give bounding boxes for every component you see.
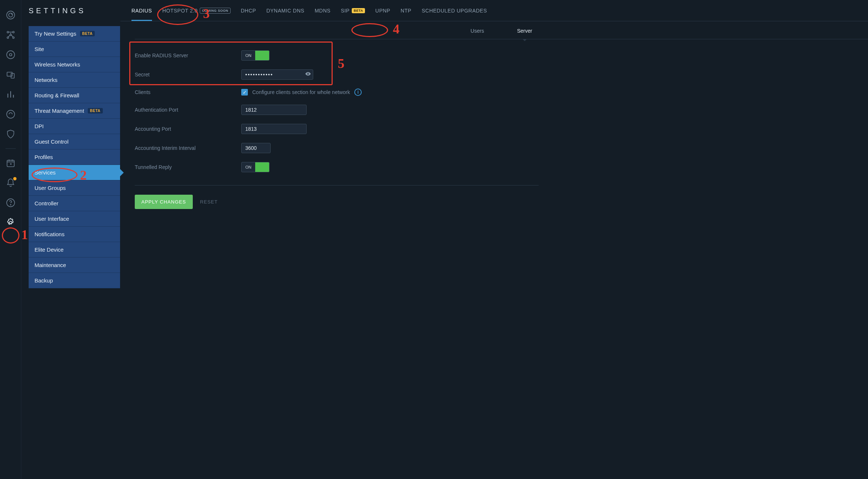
svg-point-13 [9,54,12,56]
secret-input[interactable] [241,69,313,80]
svg-point-5 [10,34,11,36]
sidebar-item-label: DPI [35,123,44,129]
toggle-knob [255,51,269,60]
sidebar-item-backup[interactable]: Backup [29,273,120,288]
auth-port-input[interactable] [241,105,307,115]
tab-mdns[interactable]: MDNS [315,0,330,21]
sidebar-item-label: User Groups [35,185,66,191]
sidebar-item-site[interactable]: Site [29,42,120,57]
sidebar-item-label: Services [35,169,56,176]
clients-desc: Configure clients section for whole netw… [252,89,350,95]
page-title: SETTINGS [29,7,86,15]
map-icon[interactable] [6,50,16,60]
badge-beta: BETA [88,108,102,114]
interval-input[interactable] [241,143,271,153]
interval-label: Accounting Interim Interval [135,145,241,151]
sidebar-item-services[interactable]: Services [29,165,120,180]
topology-icon[interactable] [6,30,16,40]
sidebar-item-elite[interactable]: Elite Device [29,242,120,257]
svg-point-6 [7,37,8,38]
sidebar-item-label: Profiles [35,154,53,160]
tab-ntp-label: NTP [401,8,412,14]
secret-label: Secret [135,72,241,78]
svg-point-7 [12,37,14,38]
info-icon[interactable]: i [354,89,362,96]
sidebar-item-guest[interactable]: Guest Control [29,134,120,150]
svg-rect-14 [7,72,12,76]
sidebar-item-label: Maintenance [35,262,66,268]
svg-text:★: ★ [9,162,12,166]
subtab-label: Users [471,28,484,34]
enable-radius-label: Enable RADIUS Server [135,53,241,58]
clients-label: Clients [135,89,241,95]
acct-port-label: Accounting Port [135,126,241,132]
tab-hotspot-label: HOTSPOT 2.0 [162,8,198,14]
help-icon[interactable] [6,198,16,208]
events-icon[interactable]: ★ [6,158,16,168]
svg-point-12 [7,51,15,59]
tab-sip-label: SIP [341,8,350,14]
tab-hotspot[interactable]: HOTSPOT 2.0COMING SOON [162,0,231,21]
tunnelled-toggle[interactable]: ON [241,162,270,172]
sidebar-item-routing[interactable]: Routing & Firewall [29,88,120,103]
subtab-users[interactable]: Users [471,28,484,39]
toggle-state: ON [242,53,255,58]
sidebar-item-label: Wireless Networks [35,61,80,68]
svg-point-28 [308,73,309,75]
sidebar-item-label: Notifications [35,231,65,237]
svg-point-2 [11,14,12,14]
tab-dyndns[interactable]: DYNAMIC DNS [266,0,304,21]
sidebar-item-ui[interactable]: User Interface [29,211,120,227]
subtab-server[interactable]: Server [517,28,532,39]
stats-icon[interactable] [6,89,16,100]
sidebar-item-controller[interactable]: Controller [29,196,120,211]
sidebar-item-label: Backup [35,277,53,284]
eye-icon[interactable] [305,71,311,78]
toggle-knob [255,162,269,172]
sidebar-item-label: Controller [35,200,58,206]
toggle-state: ON [242,165,255,169]
divider [135,185,539,186]
sidebar-item-try-new[interactable]: Try New Settings BETA [29,26,120,42]
shield-icon[interactable] [6,129,16,139]
sidebar-item-notifications[interactable]: Notifications [29,227,120,242]
tab-radius[interactable]: RADIUS [131,0,152,21]
devices-icon[interactable] [6,69,16,80]
badge-beta: BETA [352,8,365,13]
badge-coming-soon: COMING SOON [200,8,231,14]
sidebar-item-threat[interactable]: Threat Management BETA [29,103,120,119]
apply-button[interactable]: APPLY CHANGES [135,195,193,209]
sidebar-item-label: Networks [35,77,58,83]
svg-point-0 [7,11,15,19]
svg-line-11 [11,35,13,37]
sidebar-item-wireless[interactable]: Wireless Networks [29,57,120,72]
insight-icon[interactable] [6,109,16,119]
enable-radius-toggle[interactable]: ON [241,50,270,61]
tab-dhcp[interactable]: DHCP [241,0,256,21]
acct-port-input[interactable] [241,124,307,134]
svg-rect-15 [11,73,14,78]
tunnelled-label: Tunnelled Reply [135,164,241,170]
svg-point-4 [12,31,14,33]
alerts-icon[interactable] [6,178,16,188]
settings-icon[interactable] [6,217,16,228]
svg-line-10 [8,35,10,37]
reset-button[interactable]: RESET [200,199,218,205]
dashboard-icon[interactable] [6,10,16,20]
tab-sip[interactable]: SIPBETA [341,0,365,21]
svg-point-19 [7,110,15,118]
sidebar-item-maintenance[interactable]: Maintenance [29,257,120,273]
tab-scheduled-label: SCHEDULED UPGRADES [422,8,487,14]
sidebar-item-profiles[interactable]: Profiles [29,150,120,165]
sidebar-item-label: Site [35,46,44,52]
sidebar-item-label: Guest Control [35,138,69,145]
tab-ntp[interactable]: NTP [401,0,412,21]
sidebar-item-dpi[interactable]: DPI [29,119,120,134]
badge-beta: BETA [80,31,95,36]
tab-dhcp-label: DHCP [241,8,256,14]
tab-upnp[interactable]: UPNP [375,0,390,21]
sidebar-item-networks[interactable]: Networks [29,72,120,88]
sidebar-item-user-groups[interactable]: User Groups [29,180,120,196]
clients-checkbox[interactable]: ✓ [241,89,248,96]
tab-scheduled[interactable]: SCHEDULED UPGRADES [422,0,487,21]
